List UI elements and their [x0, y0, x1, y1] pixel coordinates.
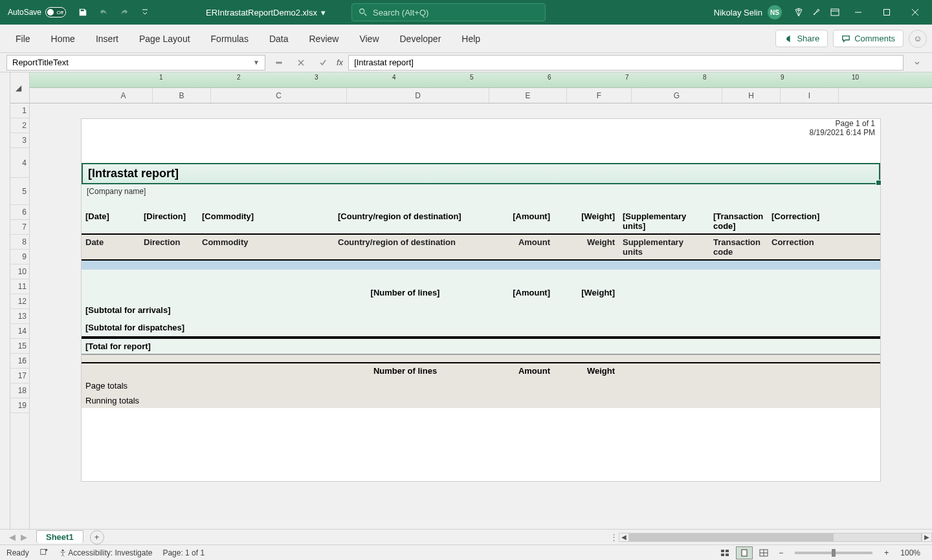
row-header[interactable]: 12 [10, 294, 29, 309]
coming-soon-icon[interactable] [808, 3, 826, 21]
share-icon [784, 34, 793, 43]
close-button[interactable] [901, 0, 929, 25]
number-of-lines-row[interactable]: [Number of lines] [Amount] [Weight] [82, 284, 880, 301]
row-header[interactable]: 16 [10, 354, 29, 369]
page-totals-row[interactable]: Page totals [82, 378, 880, 393]
tab-help[interactable]: Help [451, 27, 491, 50]
selected-cell-title[interactable]: [Intrastat report] [82, 163, 880, 184]
col-header[interactable]: D [347, 88, 489, 103]
subtotal-dispatches-row[interactable]: [Subtotal for dispatches] [82, 319, 880, 338]
scroll-left-icon[interactable]: ◀ [619, 533, 629, 542]
minimize-button[interactable] [844, 0, 872, 25]
tab-data[interactable]: Data [259, 27, 299, 50]
row-header[interactable]: 1 [10, 103, 29, 118]
row-header[interactable]: 14 [10, 324, 29, 339]
tab-review[interactable]: Review [299, 27, 350, 50]
avatar: NS [768, 5, 782, 19]
tab-file[interactable]: File [5, 27, 41, 50]
row-header[interactable]: 15 [10, 339, 29, 354]
view-page-layout-button[interactable] [736, 546, 753, 559]
ribbon-display-icon[interactable] [826, 3, 844, 21]
macro-record-icon[interactable] [39, 547, 49, 558]
col-header[interactable]: G [632, 88, 722, 103]
scroll-thumb[interactable] [630, 533, 834, 541]
filename[interactable]: ERIntrastatReportDemo2.xlsx ▾ [206, 8, 326, 17]
col-header[interactable]: F [567, 88, 632, 103]
row-header[interactable]: 13 [10, 309, 29, 324]
row-header[interactable]: 11 [10, 279, 29, 294]
subtotal-arrivals-row[interactable]: [Subtotal for arrivals] [82, 301, 880, 319]
template-header-row[interactable]: [Date] [Direction] [Commodity] [Country/… [82, 209, 880, 235]
toggle-switch[interactable]: Off [45, 7, 66, 17]
fx-label[interactable]: fx [337, 58, 343, 67]
col-header[interactable]: E [489, 88, 567, 103]
data-band[interactable] [82, 261, 880, 270]
zoom-slider[interactable] [795, 552, 872, 554]
scroll-right-icon[interactable]: ▶ [922, 533, 932, 542]
total-row[interactable]: [Total for report] [82, 338, 880, 354]
add-sheet-button[interactable]: + [90, 530, 104, 544]
share-button[interactable]: Share [775, 30, 828, 47]
save-icon[interactable] [74, 3, 92, 21]
autosave-toggle[interactable]: AutoSave Off [3, 7, 71, 17]
comments-button[interactable]: Comments [833, 30, 904, 47]
row-header[interactable]: 18 [10, 383, 29, 398]
accessibility-status[interactable]: Accessibility: Investigate [59, 548, 153, 557]
view-page-break-button[interactable] [755, 546, 772, 559]
feedback-button[interactable]: ☺ [909, 30, 927, 48]
col-header[interactable]: A [94, 88, 153, 103]
qat-dropdown-icon[interactable] [136, 3, 154, 21]
horizontal-scrollbar[interactable]: ⋮ ◀ ▶ [608, 532, 932, 543]
row-header[interactable]: 10 [10, 264, 29, 279]
name-box[interactable]: ReportTitleText ▼ [6, 55, 265, 70]
col-header[interactable]: H [722, 88, 781, 103]
row-header[interactable]: 17 [10, 369, 29, 383]
tab-page-layout[interactable]: Page Layout [129, 27, 201, 50]
search-input[interactable]: Search (Alt+Q) [351, 3, 546, 21]
row-header[interactable]: 5 [10, 178, 29, 205]
formula-input[interactable]: [Intrastat report] [348, 55, 904, 70]
row-header[interactable]: 19 [10, 398, 29, 413]
diamond-icon[interactable] [790, 3, 808, 21]
tab-view[interactable]: View [349, 27, 389, 50]
page[interactable]: Page 1 of 1 8/19/2021 6:14 PM [Intrastat… [82, 119, 880, 481]
row-header[interactable]: 2 [10, 118, 29, 133]
row-header[interactable]: 7 [10, 220, 29, 235]
sheet-prev-icon[interactable]: ◀ [6, 532, 18, 542]
maximize-button[interactable] [872, 0, 901, 25]
left-margin [0, 72, 10, 529]
company-name[interactable]: [Company name] [82, 184, 880, 199]
sheet-tab[interactable]: Sheet1 [36, 530, 83, 543]
zoom-in-button[interactable]: + [880, 548, 893, 557]
redo-icon[interactable] [115, 3, 133, 21]
row-header[interactable]: 3 [10, 133, 29, 148]
sheet-next-icon[interactable]: ▶ [18, 532, 30, 542]
dropdown-icon[interactable] [271, 55, 287, 70]
row-header[interactable]: 8 [10, 235, 29, 250]
footer-header-row[interactable]: Number of lines Amount Weight [82, 363, 880, 378]
enter-icon[interactable] [315, 55, 331, 70]
view-normal-button[interactable] [716, 546, 733, 559]
row-header[interactable]: 6 [10, 205, 29, 220]
tab-insert[interactable]: Insert [85, 27, 129, 50]
tab-formulas[interactable]: Formulas [201, 27, 259, 50]
col-header[interactable]: B [153, 88, 211, 103]
zoom-out-button[interactable]: − [775, 548, 787, 557]
row-header[interactable]: 4 [10, 148, 29, 178]
footer-separator [82, 354, 880, 363]
cancel-icon[interactable] [293, 55, 309, 70]
expand-formula-icon[interactable] [909, 55, 926, 70]
col-header[interactable]: C [211, 88, 347, 103]
tab-home[interactable]: Home [41, 27, 85, 50]
comment-icon [841, 34, 850, 43]
tab-developer[interactable]: Developer [390, 27, 452, 50]
col-header[interactable]: I [781, 88, 839, 103]
undo-icon[interactable] [94, 3, 113, 21]
user-account[interactable]: Nikolay Selin NS [706, 5, 790, 19]
zoom-level[interactable]: 100% [895, 548, 926, 557]
select-all-corner[interactable]: ◢ [10, 72, 29, 103]
sub-header-row[interactable]: Date Direction Commodity Country/region … [82, 235, 880, 261]
data-band-2[interactable] [82, 270, 880, 284]
row-header[interactable]: 9 [10, 250, 29, 264]
running-totals-row[interactable]: Running totals [82, 393, 880, 408]
